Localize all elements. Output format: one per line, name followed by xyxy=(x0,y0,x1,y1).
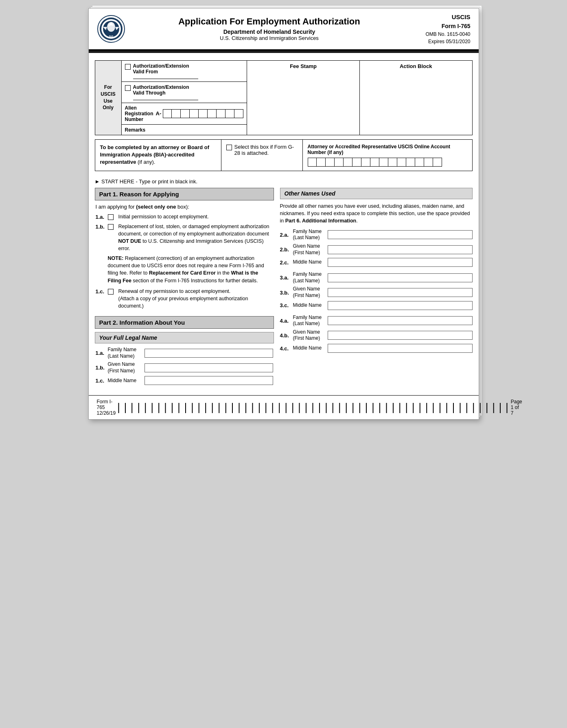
attorney-middle: Select this box if Form G-28 is attached… xyxy=(221,140,303,171)
field-1c-row: 1.c. Middle Name xyxy=(95,376,274,385)
expiry-date: Expires 05/31/2020 xyxy=(405,38,471,45)
field-1a-row: 1.a. Family Name (Last Name) xyxy=(95,347,274,359)
other-name-input-0[interactable] xyxy=(328,230,473,239)
form-title: Application For Employment Authorization xyxy=(134,16,405,27)
field-1c-number: 1.c. xyxy=(96,378,108,384)
field-1b-label: Given Name (First Name) xyxy=(108,361,144,374)
page-footer: Form I-765 12/26/19 ||||||||||||||||||||… xyxy=(89,395,479,419)
omb-number: OMB No. 1615-0040 xyxy=(405,31,471,38)
part1-header: Part 1. Reason for Applying xyxy=(95,188,274,200)
full-name-subheader: Your Full Legal Name xyxy=(95,332,274,343)
other-name-num-2: 2.c. xyxy=(280,260,293,266)
other-name-label-6: Family Name (Last Name) xyxy=(293,315,328,327)
family-name-input[interactable] xyxy=(144,349,273,358)
agency-name: U.S. Citizenship and Immigration Service… xyxy=(134,35,405,41)
other-name-input-1[interactable] xyxy=(328,245,473,254)
part2-header: Part 2. Information About You xyxy=(95,316,274,329)
other-name-input-6[interactable] xyxy=(328,316,473,325)
other-name-input-2[interactable] xyxy=(328,258,473,267)
item-1c-checkbox[interactable] xyxy=(108,289,114,295)
alien-number-boxes xyxy=(163,109,243,118)
other-name-row-2: 2.c.Middle Name xyxy=(280,258,473,267)
g28-label: Select this box if Form G-28 is attached… xyxy=(234,144,298,156)
auth-valid-from-line xyxy=(133,79,198,79)
item-1b-bold: NOT DUE xyxy=(118,238,141,244)
other-name-num-0: 2.a. xyxy=(280,232,293,238)
alien-reg-label: Alien Registration Number xyxy=(125,105,153,122)
other-name-row-4: 3.b.Given Name (First Name) xyxy=(280,286,473,299)
other-name-label-2: Middle Name xyxy=(293,259,328,266)
other-name-label-3: Family Name (Last Name) xyxy=(293,271,328,284)
department-name: Department of Homeland Security xyxy=(134,29,405,35)
other-name-label-7: Given Name (First Name) xyxy=(293,329,328,342)
auth-valid-through-line xyxy=(133,100,198,100)
other-name-input-8[interactable] xyxy=(328,344,473,353)
account-title: Attorney or Accredited Representative US… xyxy=(308,144,467,155)
other-name-num-4: 3.b. xyxy=(280,290,293,296)
header-center: Application For Employment Authorization… xyxy=(134,16,405,41)
other-name-row-6: 4.a.Family Name (Last Name) xyxy=(280,315,473,327)
start-here-text: ► START HERE - Type or print in black in… xyxy=(95,178,198,185)
footer-form-id: Form I-765 12/26/19 xyxy=(97,399,116,416)
other-name-num-5: 3.c. xyxy=(280,302,293,308)
other-name-num-6: 4.a. xyxy=(280,318,293,324)
other-name-row-3: 3.a.Family Name (Last Name) xyxy=(280,271,473,284)
auth-valid-from-checkbox[interactable] xyxy=(125,64,131,70)
note-text: NOTE: Replacement (correction) of an emp… xyxy=(108,255,273,284)
field-1b-number: 1.b. xyxy=(96,365,108,371)
other-name-label-0: Family Name (Last Name) xyxy=(293,229,328,241)
attorney-right: Attorney or Accredited Representative US… xyxy=(303,140,472,171)
start-here: ► START HERE - Type or print in black in… xyxy=(89,175,479,188)
other-name-row-0: 2.a.Family Name (Last Name) xyxy=(280,229,473,241)
other-name-label-8: Middle Name xyxy=(293,345,328,352)
auth-valid-from-label: Authorization/Extension xyxy=(133,63,198,69)
other-name-input-4[interactable] xyxy=(328,288,473,297)
remarks-label: Remarks xyxy=(125,127,146,133)
other-name-input-5[interactable] xyxy=(328,301,473,310)
item-1b: 1.b. Replacement of lost, stolen, or dam… xyxy=(95,223,274,253)
other-name-label-4: Given Name (First Name) xyxy=(293,286,328,299)
footer-barcode: ||||||||||||||||||||||||||||||||||||||||… xyxy=(116,402,511,413)
item-1c-text: Renewal of my permission to accept emplo… xyxy=(118,288,273,310)
other-name-row-8: 4.c.Middle Name xyxy=(280,344,473,353)
other-name-num-1: 2.b. xyxy=(280,246,293,253)
department-seal: DHS xyxy=(97,15,125,43)
item-1c: 1.c. Renewal of my permission to accept … xyxy=(95,288,274,310)
field-1c-label: Middle Name xyxy=(108,378,144,384)
item-1a-text: Initial permission to accept employment. xyxy=(118,213,273,220)
item-1b-checkbox[interactable] xyxy=(108,224,114,230)
svg-text:DHS: DHS xyxy=(109,35,113,37)
other-name-row-7: 4.b.Given Name (First Name) xyxy=(280,329,473,342)
item-1c-number: 1.c. xyxy=(96,288,108,295)
action-block-title: Action Block xyxy=(363,63,469,69)
other-name-input-3[interactable] xyxy=(328,273,473,282)
remarks-row: Remarks xyxy=(122,125,247,135)
alien-prefix: A- xyxy=(156,110,162,117)
attorney-section: To be completed by an attorney or Board … xyxy=(95,139,473,171)
auth-valid-through-checkbox[interactable] xyxy=(125,85,131,91)
given-name-input[interactable] xyxy=(144,363,273,372)
middle-name-input[interactable] xyxy=(144,376,273,385)
g28-checkbox[interactable] xyxy=(226,145,232,150)
other-name-num-3: 3.a. xyxy=(280,275,293,281)
item-1a: 1.a. Initial permission to accept employ… xyxy=(95,213,274,220)
other-name-label-1: Given Name (First Name) xyxy=(293,243,328,256)
other-name-label-5: Middle Name xyxy=(293,302,328,309)
attorney-bold-text: To be completed by an attorney or Board … xyxy=(100,144,209,165)
form-id: Form I-765 xyxy=(405,22,471,31)
other-names-header: Other Names Used xyxy=(280,188,473,199)
item-1a-checkbox[interactable] xyxy=(108,214,114,220)
other-name-row-1: 2.b.Given Name (First Name) xyxy=(280,243,473,256)
footer-page: Page 1 of 7 xyxy=(511,399,522,416)
attorney-left: To be completed by an attorney or Board … xyxy=(95,140,221,171)
other-name-fields: 2.a.Family Name (Last Name)2.b.Given Nam… xyxy=(280,229,473,353)
other-names-description: Provide all other names you have ever us… xyxy=(280,202,473,224)
item-1b-number: 1.b. xyxy=(96,224,108,230)
other-name-num-8: 4.c. xyxy=(280,345,293,352)
other-name-row-5: 3.c.Middle Name xyxy=(280,301,473,310)
field-1a-label: Family Name (Last Name) xyxy=(108,347,144,359)
other-name-input-7[interactable] xyxy=(328,331,473,340)
account-number-boxes xyxy=(308,158,467,167)
other-name-num-7: 4.b. xyxy=(280,332,293,339)
uscis-use-label: For USCIS Use Only xyxy=(95,61,122,135)
